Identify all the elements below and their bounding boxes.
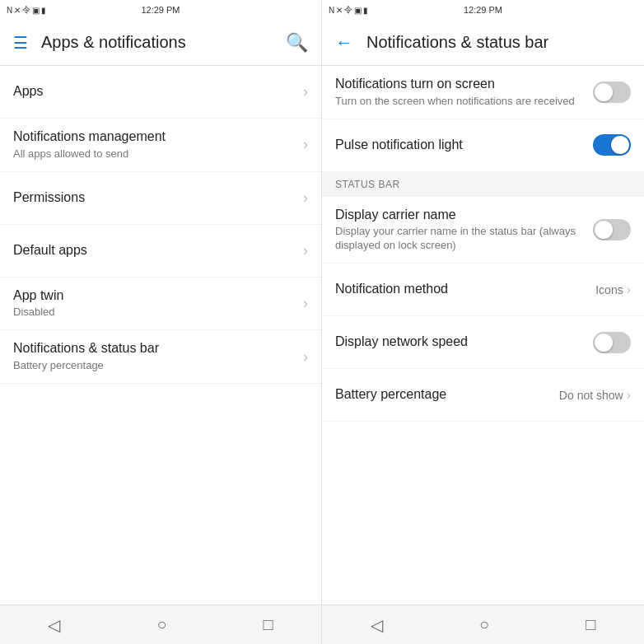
right-battery-icon: ▮ [363, 6, 368, 15]
default-apps-chevron: › [303, 242, 308, 259]
battery-percentage-value-text: Do not show [559, 389, 623, 402]
network-speed-toggle-knob [595, 334, 613, 352]
right-mute-icon: ✕ [336, 6, 343, 15]
apps-item[interactable]: Apps › [0, 66, 321, 119]
notifications-turn-on-screen-toggle[interactable] [593, 82, 631, 103]
notification-method-value-text: Icons [595, 283, 623, 296]
app-twin-subtitle: Disabled [13, 306, 303, 320]
notifications-turn-on-screen-title: Notifications turn on screen [335, 76, 593, 93]
notifications-management-chevron: › [303, 136, 308, 153]
right-panel: N ✕ 令 ▣ ▮ 12:29 PM ← Notifications & sta… [322, 0, 644, 644]
mute-icon: ✕ [14, 6, 21, 15]
carrier-toggle-knob [595, 221, 613, 239]
notification-method-chevron: › [627, 282, 631, 297]
pulse-notification-light-toggle[interactable] [593, 134, 631, 156]
right-sim-icon: ▣ [354, 6, 362, 15]
battery-icon: ▮ [41, 6, 46, 15]
toggle-knob [595, 83, 613, 101]
left-header: ☰ Apps & notifications 🔍 [0, 20, 321, 66]
menu-icon[interactable]: ☰ [13, 33, 28, 53]
left-back-button[interactable]: ◁ [28, 609, 80, 642]
status-bar-section-header: STATUS BAR [322, 172, 644, 197]
notifications-turn-on-screen-subtitle: Turn on the screen when notifications ar… [335, 95, 593, 109]
left-status-icons-left: N ✕ 令 ▣ ▮ [7, 4, 46, 16]
notifications-status-bar-subtitle: Battery percentage [13, 359, 303, 373]
battery-percentage-item[interactable]: Battery percentage Do not show › [322, 369, 644, 422]
right-wifi-icon: 令 [344, 4, 352, 16]
right-home-button[interactable]: ○ [460, 609, 509, 641]
left-panel: N ✕ 令 ▣ ▮ 12:29 PM ☰ Apps & notification… [0, 0, 322, 644]
nfc-icon: N [7, 6, 12, 15]
app-twin-chevron: › [303, 295, 308, 312]
left-time: 12:29 PM [141, 5, 180, 15]
back-icon[interactable]: ← [335, 32, 353, 54]
display-carrier-name-item[interactable]: Display carrier name Display your carrie… [322, 197, 644, 264]
wifi-icon: 令 [22, 4, 30, 16]
notification-method-value: Icons › [595, 282, 631, 297]
left-settings-list: Apps › Notifications management All apps… [0, 66, 321, 604]
right-settings-list: Notifications turn on screen Turn on the… [322, 66, 644, 604]
left-recent-button[interactable]: □ [243, 609, 292, 641]
right-header: ← Notifications & status bar [322, 20, 644, 66]
notification-method-item[interactable]: Notification method Icons › [322, 264, 644, 316]
right-panel-title: Notifications & status bar [366, 33, 631, 52]
notifications-status-bar-chevron: › [303, 348, 308, 366]
display-carrier-name-toggle[interactable] [593, 219, 631, 240]
right-time: 12:29 PM [464, 5, 502, 15]
notification-method-title: Notification method [335, 281, 595, 298]
pulse-notification-light-item[interactable]: Pulse notification light [322, 119, 644, 172]
display-network-speed-item[interactable]: Display network speed [322, 316, 644, 369]
apps-title: Apps [13, 83, 303, 100]
apps-chevron: › [303, 83, 308, 100]
permissions-item[interactable]: Permissions › [0, 172, 321, 225]
permissions-title: Permissions [13, 189, 303, 207]
left-nav-bar: ◁ ○ □ [0, 604, 321, 644]
notifications-management-subtitle: All apps allowed to send [13, 147, 303, 161]
right-nfc-icon: N [329, 6, 334, 15]
battery-percentage-title: Battery percentage [335, 386, 559, 404]
permissions-chevron: › [303, 189, 308, 207]
notifications-management-title: Notifications management [13, 128, 303, 146]
app-twin-item[interactable]: App twin Disabled › [0, 278, 321, 331]
left-status-bar: N ✕ 令 ▣ ▮ 12:29 PM [0, 0, 321, 20]
notifications-status-bar-title: Notifications & status bar [13, 340, 303, 357]
pulse-notification-light-title: Pulse notification light [335, 137, 593, 154]
right-status-icons-left: N ✕ 令 ▣ ▮ [329, 4, 368, 16]
search-icon[interactable]: 🔍 [286, 32, 308, 54]
right-status-bar: N ✕ 令 ▣ ▮ 12:29 PM [322, 0, 644, 20]
right-back-button[interactable]: ◁ [351, 609, 403, 642]
battery-percentage-chevron: › [627, 388, 631, 403]
display-carrier-name-subtitle: Display your carrier name in the status … [335, 225, 593, 253]
sim-icon: ▣ [32, 6, 40, 15]
app-twin-title: App twin [13, 287, 303, 305]
display-carrier-name-title: Display carrier name [335, 207, 593, 224]
battery-percentage-value: Do not show › [559, 388, 631, 403]
pulse-toggle-knob [611, 136, 629, 154]
notifications-turn-on-screen-item[interactable]: Notifications turn on screen Turn on the… [322, 66, 644, 119]
notifications-status-bar-item[interactable]: Notifications & status bar Battery perce… [0, 330, 321, 384]
right-nav-bar: ◁ ○ □ [322, 604, 644, 644]
display-network-speed-title: Display network speed [335, 334, 593, 351]
default-apps-title: Default apps [13, 242, 303, 259]
default-apps-item[interactable]: Default apps › [0, 225, 321, 278]
display-network-speed-toggle[interactable] [593, 332, 631, 353]
left-panel-title: Apps & notifications [41, 33, 286, 52]
notifications-management-item[interactable]: Notifications management All apps allowe… [0, 119, 321, 172]
left-home-button[interactable]: ○ [137, 609, 186, 641]
right-recent-button[interactable]: □ [566, 609, 615, 641]
